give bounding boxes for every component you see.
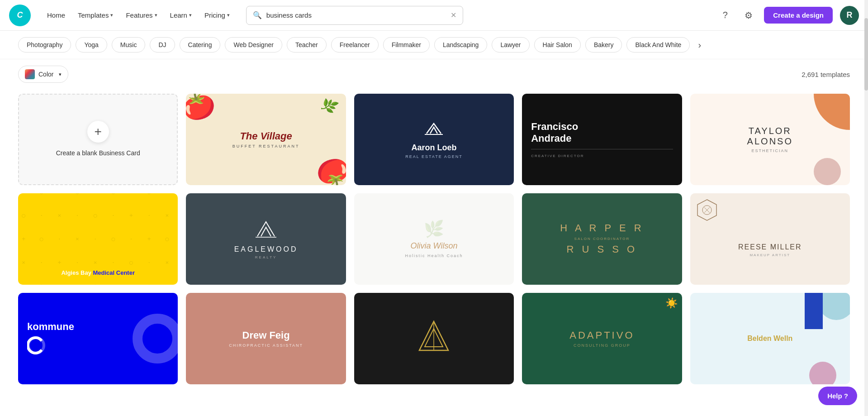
filter-bar: PhotographyYogaMusicDJCateringWeb Design… [0, 31, 868, 59]
create-blank-card[interactable]: + Create a blank Business Card [18, 94, 178, 185]
avatar[interactable]: R [840, 6, 859, 25]
filter-tag-teacher[interactable]: Teacher [287, 37, 327, 53]
filter-tag-yoga[interactable]: Yoga [76, 37, 107, 53]
belden-shape-circle-blue [818, 293, 850, 320]
village-subtitle: BUFFET RESTAURANT [232, 144, 300, 148]
harper-role: SALON COORDINATOR [574, 237, 630, 241]
learn-arrow-icon: ▾ [189, 12, 192, 18]
village-name: The Village [240, 130, 292, 142]
template-card-algies[interactable]: × ○ + ○ + ○ × ○ + ○ · × · ○ · + · × + ○ … [18, 193, 178, 285]
toolbar: Color ▾ 2,691 templates [0, 59, 868, 89]
navbar: C Home Templates ▾ Features ▾ Learn ▾ Pr… [0, 0, 868, 31]
filter-tag-freelancer[interactable]: Freelancer [331, 37, 379, 53]
templates-count: 2,691 templates [802, 71, 850, 78]
mv-logo-icon [417, 320, 450, 357]
kommune-content: kommune [27, 321, 74, 356]
olivia-name: Olivia Wilson [411, 241, 458, 251]
search-input[interactable] [266, 11, 446, 19]
kommune-circle-shape [133, 314, 178, 363]
template-card-olivia[interactable]: 🌿 Olivia Wilson Holistic Health Coach [354, 193, 514, 285]
color-swatch [25, 69, 35, 79]
eaglewood-sub: REALTY [255, 255, 277, 259]
algies-name-wrap: Algies Bay Medical Center [61, 268, 135, 277]
filter-tag-dj[interactable]: DJ [150, 37, 175, 53]
nav-learn[interactable]: Learn ▾ [165, 8, 197, 23]
adaptivo-sub: CONSULTING GROUP [574, 343, 631, 348]
filter-tag-filmmaker[interactable]: Filmmaker [383, 37, 430, 53]
template-card-reese[interactable]: REESE MILLER MAKEUP ARTIST [690, 193, 850, 285]
blank-card-label: Create a blank Business Card [56, 149, 140, 158]
filter-tag-bakery[interactable]: Bakery [585, 37, 622, 53]
features-arrow-icon: ▾ [155, 12, 157, 18]
reese-name: REESE MILLER [738, 243, 802, 251]
template-card-francisco[interactable]: FranciscoAndrade CREATIVE DIRECTOR [522, 94, 682, 185]
plus-icon: + [87, 121, 109, 143]
template-card-mv[interactable] [354, 293, 514, 384]
taylor-shape-top [814, 94, 850, 130]
taylor-name: TAYLORALONSO [747, 126, 793, 147]
taylor-role: ESTHETICIAN [752, 148, 789, 153]
scrollbar-track[interactable] [864, 0, 868, 402]
logo-text: C [17, 10, 23, 20]
template-card-kommune[interactable]: kommune [18, 293, 178, 384]
nav-links: Home Templates ▾ Features ▾ Learn ▾ Pric… [42, 8, 235, 23]
olivia-role: Holistic Health Coach [405, 253, 463, 258]
nav-templates[interactable]: Templates ▾ [72, 8, 119, 23]
drew-role: CHIROPRACTIC ASSISTANT [229, 343, 303, 348]
template-card-adaptivo[interactable]: ☀️ ADAPTIVO CONSULTING GROUP [522, 293, 682, 384]
pricing-arrow-icon: ▾ [227, 12, 230, 18]
filter-tag-web-designer[interactable]: Web Designer [225, 37, 282, 53]
template-card-eaglewood[interactable]: EAGLEWOOD REALTY [186, 193, 346, 285]
eaglewood-logo-icon [254, 218, 278, 242]
filter-next-button[interactable]: › [694, 38, 705, 52]
color-filter-label: Color [38, 71, 53, 78]
drew-name: Drew Feig [242, 330, 290, 341]
template-card-taylor[interactable]: TAYLORALONSO ESTHETICIAN [690, 94, 850, 185]
belden-name: Belden Welln [747, 335, 792, 343]
algies-name-blue: Medical Center [93, 269, 134, 276]
color-filter-button[interactable]: Color ▾ [18, 66, 68, 83]
search-bar: 🔍 ✕ [246, 6, 463, 25]
filter-tag-catering[interactable]: Catering [180, 37, 221, 53]
search-clear-icon[interactable]: ✕ [451, 11, 456, 19]
template-card-harper[interactable]: H A R P E R SALON COORDINATOR R U S S O [522, 193, 682, 285]
nav-pricing[interactable]: Pricing ▾ [199, 8, 235, 23]
kommune-name: kommune [27, 321, 74, 333]
filter-tag-lawyer[interactable]: Lawyer [492, 37, 529, 53]
filter-tag-hair-salon[interactable]: Hair Salon [534, 37, 581, 53]
harper-lastname: R U S S O [567, 244, 638, 255]
templates-arrow-icon: ▾ [110, 12, 113, 18]
adaptivo-sun-icon: ☀️ [665, 297, 678, 309]
kommune-logo-c [27, 336, 74, 356]
adaptivo-name: ADAPTIVO [569, 330, 634, 341]
reese-name-wrap: REESE MILLER MAKEUP ARTIST [738, 243, 802, 257]
reese-hex-icon [696, 199, 718, 223]
template-card-belden[interactable]: Belden Welln [690, 293, 850, 384]
scrollbar-thumb[interactable] [864, 18, 868, 91]
filter-tag-landscaping[interactable]: Landscaping [434, 37, 487, 53]
template-card-village[interactable]: 🍅 🍅 🌿 The Village BUFFET RESTAURANT [186, 94, 346, 185]
aaron-name: Aaron Loeb [411, 143, 456, 153]
help-button[interactable]: Help ? [818, 387, 857, 402]
aaron-role: REAL ESTATE AGENT [405, 154, 462, 159]
help-circle-button[interactable]: ? [717, 7, 733, 24]
harper-firstname: H A R P E R [560, 222, 644, 234]
belden-content: Belden Welln [738, 325, 802, 352]
aaron-logo-icon [423, 120, 445, 139]
algies-name-white: Algies Bay [61, 269, 93, 276]
filter-tag-music[interactable]: Music [112, 37, 146, 53]
template-card-drew[interactable]: Drew Feig CHIROPRACTIC ASSISTANT [186, 293, 346, 384]
canva-logo[interactable]: C [9, 5, 31, 26]
color-dropdown-icon: ▾ [59, 72, 62, 77]
olivia-watermark-icon: 🌿 [424, 220, 444, 239]
belden-shape-rect-blue [805, 293, 823, 329]
template-card-aaron[interactable]: Aaron Loeb REAL ESTATE AGENT [354, 94, 514, 185]
template-grid: + Create a blank Business Card 🍅 🍅 🌿 The… [0, 89, 868, 402]
francisco-name: FranciscoAndrade [531, 121, 673, 145]
settings-button[interactable]: ⚙ [740, 7, 757, 24]
nav-home[interactable]: Home [42, 8, 71, 23]
nav-features[interactable]: Features ▾ [120, 8, 162, 23]
create-design-button[interactable]: Create a design [764, 7, 833, 24]
filter-tag-black-and-white[interactable]: Black And White [626, 37, 690, 53]
filter-tag-photography[interactable]: Photography [18, 37, 71, 53]
